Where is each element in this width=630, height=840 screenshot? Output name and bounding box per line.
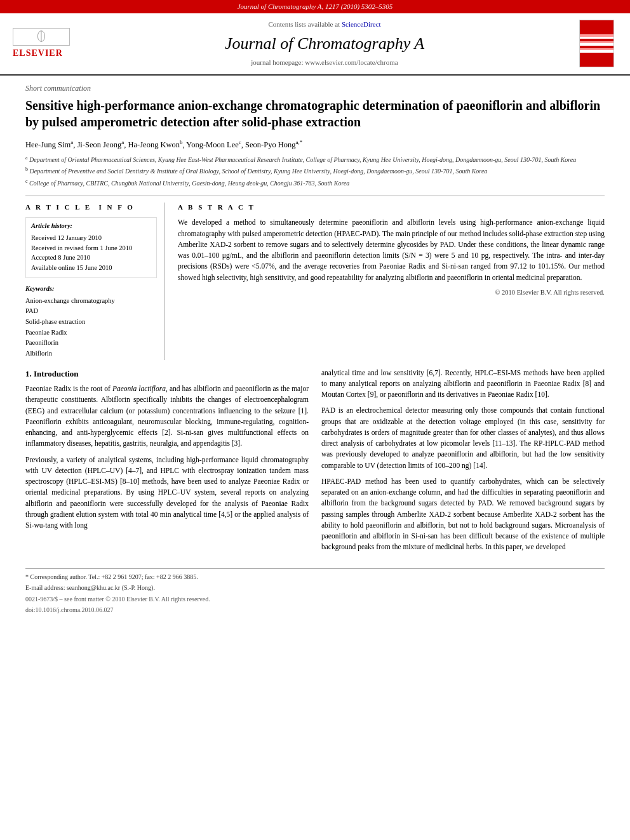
sciencedirect-link[interactable]: ScienceDirect [342, 20, 381, 28]
journal-name: Journal of Chromatography A [76, 32, 573, 55]
intro-para-4: PAD is an electrochemical detector measu… [321, 405, 605, 471]
intro-heading: 1. Introduction [25, 368, 309, 380]
authors-line: Hee-Jung Sima, Ji-Seon Jeonga, Ha-Jeong … [25, 138, 605, 150]
article-history-block: Article history: Received 12 January 201… [25, 217, 157, 277]
journal-cover-container [579, 20, 617, 67]
keyword-5: Paeoniflorin [25, 338, 157, 348]
elsevier-brand: ELSEVIER [13, 47, 70, 60]
main-content: Short communication Sensitive high-perfo… [0, 76, 630, 624]
article-info-col: A R T I C L E I N F O Article history: R… [25, 203, 165, 360]
info-abstract-section: A R T I C L E I N F O Article history: R… [25, 196, 605, 360]
corresponding-author: * Corresponding author. Tel.: +82 2 961 … [25, 573, 605, 582]
available-date: Available online 15 June 2010 [31, 263, 151, 273]
journal-cover-image [579, 20, 614, 67]
citation-text: Journal of Chromatography A, 1217 (2010)… [238, 3, 393, 10]
journal-title-block: Contents lists available at ScienceDirec… [76, 20, 573, 67]
journal-header: ELSEVIER Contents lists available at Sci… [0, 13, 630, 75]
doi-section: 0021-9673/$ – see front matter © 2010 El… [25, 595, 605, 615]
journal-homepage: journal homepage: www.elsevier.com/locat… [76, 58, 573, 67]
affiliations: a Department of Oriental Pharmaceutical … [25, 154, 605, 188]
contents-available-label: Contents lists available at ScienceDirec… [76, 20, 573, 29]
keyword-1: Anion-exchange chromatography [25, 297, 157, 306]
article-type: Short communication [25, 83, 605, 94]
introduction-section: 1. Introduction Paeoniae Radix is the ro… [25, 368, 605, 558]
journal-citation-bar: Journal of Chromatography A, 1217 (2010)… [0, 0, 630, 13]
article-history-title: Article history: [31, 222, 151, 231]
affiliation-a: a Department of Oriental Pharmaceutical … [25, 154, 605, 164]
email-address: E-mail address: seanhong@khu.ac.kr (S.-P… [25, 583, 605, 592]
keyword-2: PAD [25, 307, 157, 316]
affiliation-c: c College of Pharmacy, CBITRC, Chungbuk … [25, 178, 605, 188]
intro-col-left: 1. Introduction Paeoniae Radix is the ro… [25, 368, 309, 558]
intro-col-right: analytical time and low sensitivity [6,7… [321, 368, 605, 558]
elsevier-logo-image [13, 28, 70, 46]
keyword-6: Albiflorin [25, 349, 157, 359]
abstract-col: A B S T R A C T We developed a method to… [178, 203, 605, 360]
keyword-3: Solid-phase extraction [25, 317, 157, 327]
copyright-notice: © 2010 Elsevier B.V. All rights reserved… [178, 288, 605, 298]
intro-para-3: analytical time and low sensitivity [6,7… [321, 368, 605, 401]
abstract-text: We developed a method to simultaneously … [178, 218, 605, 281]
footnote-section: * Corresponding author. Tel.: +82 2 961 … [25, 568, 605, 615]
revised-date: Received in revised form 1 June 2010 [31, 244, 151, 253]
article-title: Sensitive high-performance anion-exchang… [25, 97, 605, 130]
keywords-section: Keywords: Anion-exchange chromatography … [25, 284, 157, 359]
accepted-date: Accepted 8 June 2010 [31, 253, 151, 263]
authors-text: Hee-Jung Sima, Ji-Seon Jeonga, Ha-Jeong … [25, 140, 302, 149]
intro-para-2: Previously, a variety of analytical syst… [25, 455, 309, 531]
issn-line: 0021-9673/$ – see front matter © 2010 El… [25, 595, 605, 604]
affiliation-b: b Department of Preventive and Social De… [25, 166, 605, 176]
doi-line: doi:10.1016/j.chroma.2010.06.027 [25, 606, 605, 615]
keywords-title: Keywords: [25, 284, 157, 294]
keyword-4: Paeoniae Radix [25, 328, 157, 338]
abstract-body: We developed a method to simultaneously … [178, 217, 605, 283]
received-date: Received 12 January 2010 [31, 234, 151, 243]
abstract-heading: A B S T R A C T [178, 203, 605, 212]
elsevier-logo-container: ELSEVIER [13, 28, 70, 60]
article-info-heading: A R T I C L E I N F O [25, 203, 157, 212]
intro-para-5: HPAEC-PAD method has been used to quanti… [321, 476, 605, 553]
intro-para-1: Paeoniae Radix is the root of Paeonia la… [25, 383, 309, 450]
